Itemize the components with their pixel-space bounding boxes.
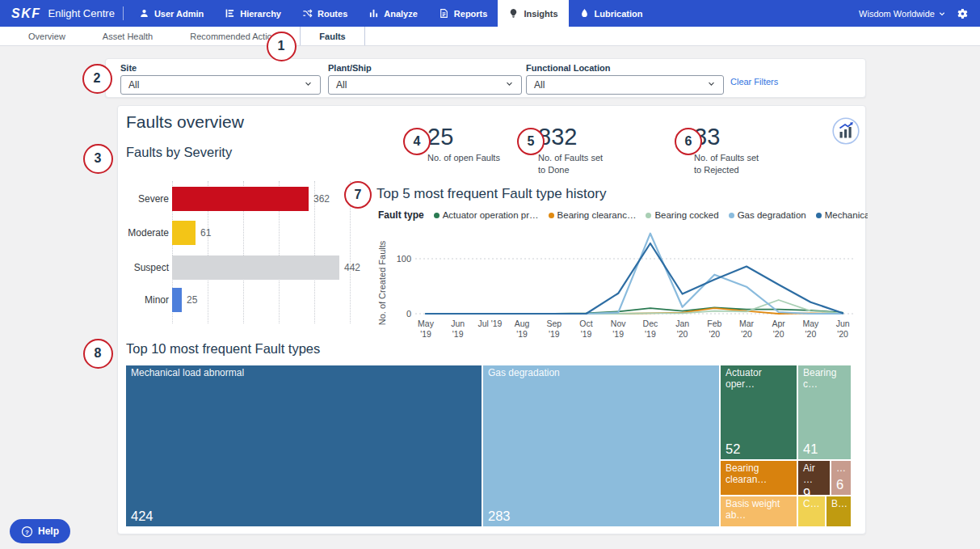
functional-location-select[interactable]: All [526,75,724,95]
legend-item-gas-degradation[interactable]: Gas degradation [729,210,806,220]
annotation-number: 3 [95,151,102,166]
fault-history-chart-title: Top 5 most frequent Fault type history [376,186,606,202]
treemap-cell-value: 52 [726,441,792,457]
faults-overview-card: Faults overview Faults by Severity 25 No… [117,105,866,534]
annotation-number: 4 [414,134,421,149]
svg-text:May'20: May'20 [802,319,819,339]
nav-item-analyze[interactable]: Analyze [358,0,428,27]
severity-row-minor: Minor 25 [126,288,393,312]
svg-text:Apr'20: Apr'20 [772,319,786,339]
plant-ship-select[interactable]: All [328,75,522,95]
nav-item-label: Reports [454,9,488,19]
annotation-number: 6 [685,134,692,149]
treemap-cell-value: 41 [803,441,846,457]
nav-item-routes[interactable]: Routes [292,0,358,27]
stat-label: No. of open Faults [427,152,526,164]
legend-item-bearing-cocked[interactable]: Bearing cocked [646,210,718,220]
treemap-cell-other[interactable]: … 6 [831,461,851,495]
help-label: Help [38,526,59,537]
filter-label: Functional Location [526,63,724,73]
treemap-cell-value: 283 [488,509,714,524]
svg-text:100: 100 [397,254,411,264]
treemap-cell-c[interactable]: C… [798,496,825,526]
legend-title: Fault type [378,209,424,221]
tab-asset-health[interactable]: Asset Health [84,27,171,45]
treemap-cell-value: 424 [131,509,477,524]
selected-value: All [128,79,139,91]
clear-filters-link[interactable]: Clear Filters [730,77,778,87]
svg-text:Jan'20: Jan'20 [675,319,689,339]
nav-item-lubrication[interactable]: Lubrication [569,0,654,27]
treemap-cell-basis-weight-ab[interactable]: Basis weight ab… [721,496,797,526]
svg-text:Mar'20: Mar'20 [739,319,755,339]
series-gas-degradation[interactable] [426,234,843,314]
nav-item-label: Insights [524,9,557,19]
account-selector[interactable]: Wisdom Worldwide [859,9,946,19]
treemap-cell-air[interactable]: Air … 9 [798,461,830,495]
nav-item-hierarchy[interactable]: Hierarchy [214,0,292,27]
legend-dot-icon [816,213,822,218]
treemap-cell-b[interactable]: B… [826,496,851,526]
treemap-cell-mechanical-load-abnormal[interactable]: Mechanical load abnormal 424 [126,365,482,526]
top-nav: SKF Enlight Centre User Admin Hierarchy … [0,0,980,27]
stat-no-of-open-faults: 25 No. of open Faults [427,124,526,164]
severity-label: Moderate [126,227,169,239]
legend-item-actuator-operation-pr[interactable]: Actuator operation pr… [434,210,539,220]
stat-no-of-faults-set-to-rejected: 33 No. of Faults set to Rejected [694,124,768,176]
severity-label: Minor [126,294,169,306]
severity-value: 442 [344,262,360,273]
annotation-circle-4: 4 [403,128,431,155]
annotation-number: 8 [95,346,102,361]
severity-bar-suspect[interactable] [172,255,339,280]
annotation-circle-6: 6 [675,128,702,155]
legend-item-bearing-clearanc[interactable]: Bearing clearanc… [549,210,637,220]
legend-item-label: Bearing clearanc… [557,210,637,220]
annotation-circle-8: 8 [83,339,113,369]
gear-icon[interactable] [956,7,969,20]
treemap-cell-value: 9 [803,486,825,495]
legend-item-mechanical-l[interactable]: Mechanical l… [816,210,868,220]
question-icon: ? [21,526,33,538]
trend-chart-icon[interactable] [832,117,860,145]
annotation-circle-1: 1 [267,32,297,61]
treemap-cell-bearing-clearan[interactable]: Bearing clearan… [721,461,797,495]
tab-overview[interactable]: Overview [10,27,84,45]
severity-bar-severe[interactable] [172,187,309,211]
svg-text:Jul '19: Jul '19 [477,319,502,328]
severity-value: 61 [200,227,211,239]
nav-item-label: Hierarchy [240,9,281,19]
svg-text:Jun'20: Jun'20 [836,319,850,339]
site-select[interactable]: All [120,75,321,95]
treemap-cell-label: Gas degradation [488,368,714,379]
selected-value: All [534,79,545,91]
nav-item-user-admin[interactable]: User Admin [128,0,214,27]
treemap-cell-label: Bearing clearan… [726,463,792,486]
help-button[interactable]: ? Help [10,519,70,543]
svg-text:Feb'20: Feb'20 [707,319,721,339]
legend-item-label: Actuator operation pr… [443,210,539,220]
treemap-cell-label: C… [803,499,820,510]
brand[interactable]: SKF Enlight Centre [0,0,123,27]
nav-item-label: Analyze [384,9,418,19]
nav-item-insights[interactable]: Insights [498,0,568,27]
nav-item-reports[interactable]: Reports [428,0,498,27]
stat-value: 832 [538,124,612,150]
severity-bar-minor[interactable] [172,288,182,312]
tab-faults[interactable]: Faults [300,27,364,45]
treemap-cell-value: 6 [836,477,846,492]
treemap-cell-gas-degradation[interactable]: Gas degradation 283 [483,365,719,526]
severity-bar-moderate[interactable] [172,221,196,245]
reports-icon [439,8,449,19]
nav-item-label: Lubrication [595,9,643,19]
analyze-icon [368,8,379,19]
user-icon [139,8,149,19]
filter-panel: Site All Plant/Ship All Functional Locat… [105,58,866,98]
page: SKF Enlight Centre User Admin Hierarchy … [0,0,980,549]
svg-text:Oct'19: Oct'19 [579,319,592,339]
treemap-cell-label: Air … [803,463,825,486]
treemap-cell-bearing-c[interactable]: Bearing c… 41 [798,365,851,459]
legend-dot-icon [434,213,440,218]
series-mechanical-l[interactable] [426,243,843,314]
treemap-cell-actuator-oper[interactable]: Actuator oper… 52 [721,365,797,459]
selected-value: All [336,79,347,91]
